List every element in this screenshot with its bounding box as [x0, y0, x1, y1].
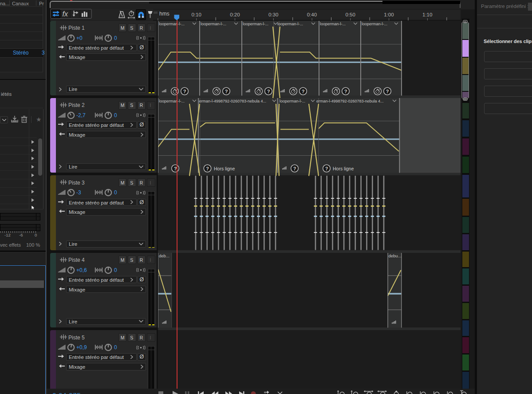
svg-text:?: ?: [206, 165, 209, 171]
svg-text:0:40: 0:40: [307, 12, 317, 17]
svg-text:looperman-l-...: looperman-l-...: [320, 21, 346, 26]
svg-text:Hors ligne: Hors ligne: [333, 165, 354, 171]
svg-text:?: ?: [183, 88, 186, 94]
svg-text:?: ?: [293, 165, 296, 171]
svg-text:looperman-l-...: looperman-l-...: [280, 98, 305, 103]
svg-text:looperman-l-...: looperman-l-...: [159, 21, 185, 26]
svg-text:erman-l-4998792-0260783-nebula: erman-l-4998792-0260783-nebula 4...: [199, 98, 267, 103]
svg-text:?: ?: [344, 88, 347, 94]
svg-text:looperman-l-...: looperman-l-...: [277, 21, 303, 26]
svg-text:deb...: deb...: [159, 253, 169, 258]
svg-text:looperman-l-...: looperman-l-...: [362, 21, 387, 26]
svg-text:?: ?: [386, 88, 389, 94]
svg-text:looperman-l-...: looperman-l-...: [243, 21, 268, 26]
svg-text:0:30: 0:30: [268, 12, 278, 17]
svg-text:?: ?: [302, 88, 305, 94]
svg-text:1:00: 1:00: [384, 12, 394, 17]
svg-text:looperman-l-...: looperman-l-...: [159, 98, 185, 103]
svg-text:0:10: 0:10: [191, 12, 201, 17]
svg-text:1:10: 1:10: [422, 12, 432, 17]
svg-text:?: ?: [325, 165, 328, 171]
svg-text:?: ?: [267, 88, 270, 94]
svg-text:Hors ligne: Hors ligne: [214, 165, 235, 171]
svg-text:0:20: 0:20: [230, 12, 240, 17]
svg-text:debu...: debu...: [389, 253, 402, 258]
svg-text:looperman-l-...: looperman-l-...: [201, 21, 226, 26]
svg-text:?: ?: [225, 88, 228, 94]
svg-text:erman-l-4998792-0260783-nebula: erman-l-4998792-0260783-nebula 4...: [316, 98, 384, 103]
svg-text:0:50: 0:50: [346, 12, 355, 17]
